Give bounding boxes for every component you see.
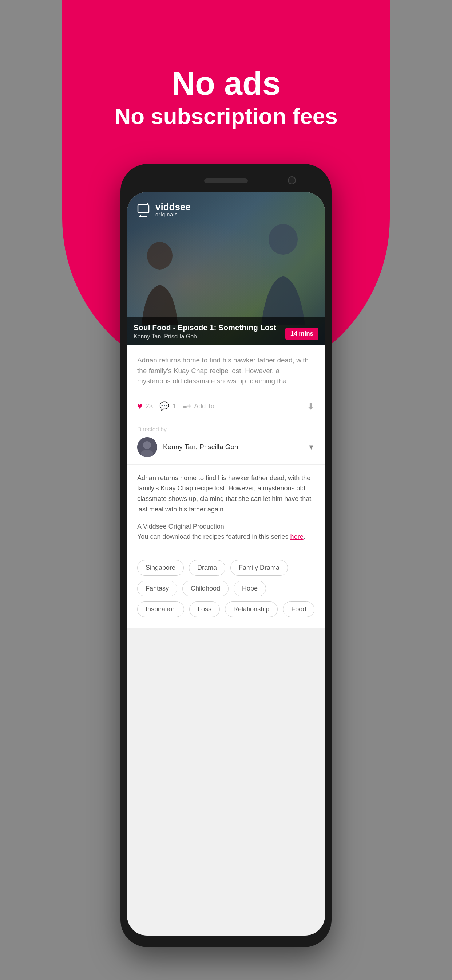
viddsee-logo: viddsee originals [137, 202, 191, 218]
tag-item[interactable]: Inspiration [137, 601, 184, 617]
phone-outer-shell: viddsee originals Soul Food - Episode 1:… [121, 164, 331, 947]
svg-point-8 [143, 441, 151, 449]
comment-count: 1 [172, 402, 176, 410]
phone-top-bar [127, 170, 325, 191]
phone-screen: viddsee originals Soul Food - Episode 1:… [127, 192, 325, 935]
svg-rect-2 [138, 205, 149, 213]
like-count: 23 [145, 402, 153, 410]
tag-item[interactable]: Relationship [225, 601, 278, 617]
directed-by-label: Directed by [137, 426, 315, 433]
director-row[interactable]: Kenny Tan, Priscilla Goh ▼ [137, 437, 315, 457]
full-description-text: Adrian returns home to find his hawker f… [137, 473, 315, 515]
comment-icon: 💬 [159, 401, 169, 411]
person-left-silhouette [134, 241, 185, 325]
viddsee-text: viddsee originals [155, 202, 191, 218]
svg-rect-3 [140, 203, 147, 204]
speaker-grille [204, 178, 248, 183]
like-button[interactable]: ♥ 23 [137, 401, 153, 411]
directed-by-section: Directed by Kenny Tan, Priscilla Goh ▼ [127, 419, 325, 465]
add-playlist-icon: ≡+ [183, 402, 191, 410]
production-line1: A Viddsee Original Production [137, 521, 315, 532]
production-line2-after: . [303, 533, 305, 540]
download-button[interactable]: ⬇ [307, 401, 315, 412]
svg-point-1 [269, 224, 298, 255]
video-thumbnail[interactable]: viddsee originals Soul Food - Episode 1:… [127, 192, 325, 345]
video-director-credit: Kenny Tan, Priscilla Goh [133, 333, 276, 340]
duration-badge: 14 mins [285, 328, 319, 340]
director-avatar [137, 437, 157, 457]
short-description-area: Adrian returns home to find his hawker f… [127, 345, 325, 394]
tag-item[interactable]: Childhood [182, 581, 228, 597]
front-camera [288, 176, 296, 185]
headline-no-ads: No ads [0, 65, 452, 102]
short-description-text: Adrian returns home to find his hawker f… [137, 355, 315, 387]
tags-section: SingaporeDramaFamily DramaFantasyChildho… [127, 550, 325, 628]
action-bar: ♥ 23 💬 1 ≡+ Add To... ⬇ [127, 394, 325, 419]
chevron-down-icon[interactable]: ▼ [308, 443, 315, 451]
tag-item[interactable]: Family Drama [230, 560, 288, 576]
tag-item[interactable]: Singapore [137, 560, 184, 576]
tag-item[interactable]: Food [283, 601, 314, 617]
heart-icon: ♥ [137, 401, 142, 411]
full-description-section: Adrian returns home to find his hawker f… [127, 465, 325, 551]
video-title-text: Soul Food - Episode 1: Something Lost Ke… [133, 322, 276, 340]
tag-item[interactable]: Fantasy [137, 581, 177, 597]
tag-item[interactable]: Drama [189, 560, 225, 576]
add-label: Add To... [194, 402, 220, 410]
video-title-bar: Soul Food - Episode 1: Something Lost Ke… [127, 317, 325, 345]
top-promo-section: No ads No subscription fees [0, 65, 452, 131]
here-link[interactable]: here [290, 533, 303, 540]
production-line2: You can download the recipes featured in… [137, 531, 315, 542]
director-name: Kenny Tan, Priscilla Goh [163, 443, 302, 451]
subheadline-no-fees: No subscription fees [0, 102, 452, 131]
production-line2-before: You can download the recipes featured in… [137, 533, 290, 540]
video-main-title: Soul Food - Episode 1: Something Lost [133, 322, 276, 332]
person-right-silhouette [252, 223, 314, 325]
viddsee-logo-icon [137, 202, 152, 217]
comment-button[interactable]: 💬 1 [159, 401, 176, 411]
svg-point-0 [147, 242, 173, 270]
tag-item[interactable]: Hope [234, 581, 266, 597]
tag-item[interactable]: Loss [189, 601, 220, 617]
director-avatar-image [137, 437, 157, 457]
add-to-button[interactable]: ≡+ Add To... [183, 402, 220, 410]
phone-device: viddsee originals Soul Food - Episode 1:… [121, 164, 331, 947]
